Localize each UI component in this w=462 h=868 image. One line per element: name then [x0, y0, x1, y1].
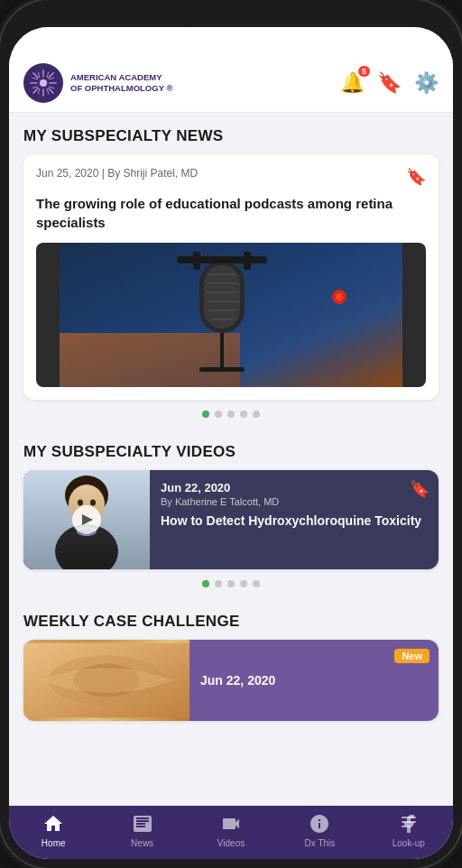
phone-screen: AMERICAN ACADEMY OF OPHTHALMOLOGY ® 🔔 5 …	[9, 27, 453, 859]
bottom-nav: Home News Videos Dx This	[9, 806, 453, 859]
news-bookmark-icon[interactable]: 🔖	[406, 167, 426, 187]
header-icons: 🔔 5 🔖 ⚙️	[340, 71, 439, 95]
logo-area: AMERICAN ACADEMY OF OPHTHALMOLOGY ®	[23, 63, 172, 103]
challenge-eye-image	[23, 640, 189, 721]
play-button[interactable]	[72, 505, 101, 534]
video-info: 🔖 Jun 22, 2020 By Katherine E Talcott, M…	[150, 470, 439, 569]
svg-rect-46	[402, 817, 416, 818]
svg-rect-28	[220, 333, 224, 369]
home-icon	[42, 813, 64, 835]
dot-2[interactable]	[215, 411, 222, 418]
news-carousel-dots	[9, 400, 453, 429]
nav-videos[interactable]: Videos	[187, 813, 275, 848]
video-dot-3[interactable]	[227, 580, 235, 587]
logo-starburst-icon	[27, 67, 60, 99]
nav-news-label: News	[131, 838, 153, 848]
news-date-author: Jun 25, 2020 | By Shriji Patel, MD	[36, 167, 198, 180]
svg-rect-31	[193, 252, 200, 270]
scroll-content[interactable]: MY SUBSPECIALTY NEWS Jun 25, 2020 | By S…	[9, 113, 453, 806]
video-dot-4[interactable]	[240, 580, 247, 587]
notification-button[interactable]: 🔔 5	[340, 71, 365, 95]
bookmark-icon[interactable]: 🔖	[377, 71, 402, 95]
video-thumbnail	[23, 470, 150, 569]
dx-icon	[309, 813, 330, 835]
news-article-image	[36, 243, 426, 387]
video-title: How to Detect Hydroxychloroquine Toxicit…	[161, 512, 428, 530]
notification-badge: 5	[358, 66, 370, 77]
eye-svg	[23, 640, 189, 721]
videos-section-title: MY SUBSPECIALTY VIDEOS	[9, 429, 453, 470]
svg-rect-32	[244, 252, 251, 270]
status-bar	[9, 27, 453, 54]
video-dot-1[interactable]	[202, 580, 209, 587]
video-dot-2[interactable]	[215, 580, 222, 587]
news-article-title: The growing role of educational podcasts…	[36, 194, 426, 232]
video-card[interactable]: 🔖 Jun 22, 2020 By Katherine E Talcott, M…	[23, 470, 439, 569]
nav-dx-label: Dx This	[305, 838, 336, 848]
challenge-section-title: WEEKLY CASE CHALLENGE	[9, 598, 453, 640]
news-icon	[132, 813, 153, 835]
video-dot-5[interactable]	[253, 580, 260, 587]
news-card[interactable]: Jun 25, 2020 | By Shriji Patel, MD 🔖 The…	[23, 154, 439, 400]
video-author: By Katherine E Talcott, MD	[161, 496, 428, 507]
challenge-overlay: Jun 22, 2020 New	[189, 640, 439, 721]
new-badge: New	[394, 649, 430, 663]
play-triangle-icon	[82, 514, 93, 525]
video-date: Jun 22, 2020	[161, 481, 428, 494]
logo-circle	[23, 63, 63, 103]
nav-home-label: Home	[42, 838, 66, 848]
svg-point-42	[90, 500, 96, 506]
svg-rect-29	[199, 367, 245, 372]
challenge-card[interactable]: Jun 22, 2020 New	[23, 640, 439, 721]
podcast-image-svg	[36, 243, 426, 387]
svg-rect-48	[402, 826, 412, 827]
dot-1[interactable]	[202, 411, 209, 418]
card-meta: Jun 25, 2020 | By Shriji Patel, MD 🔖	[36, 167, 426, 187]
settings-icon[interactable]: ⚙️	[414, 71, 439, 95]
challenge-date: Jun 22, 2020	[200, 673, 428, 688]
svg-point-34	[336, 293, 343, 300]
svg-rect-30	[177, 256, 267, 263]
svg-point-41	[78, 500, 83, 506]
nav-home[interactable]: Home	[9, 813, 97, 848]
videos-icon	[220, 813, 242, 835]
phone-frame: AMERICAN ACADEMY OF OPHTHALMOLOGY ® 🔔 5 …	[0, 0, 462, 868]
dot-4[interactable]	[240, 411, 247, 418]
svg-point-17	[40, 79, 47, 87]
dot-3[interactable]	[227, 411, 235, 418]
lookup-icon	[398, 813, 420, 835]
dot-5[interactable]	[253, 411, 260, 418]
videos-carousel-dots	[9, 569, 453, 598]
video-bookmark-icon[interactable]: 🔖	[410, 479, 430, 499]
nav-news[interactable]: News	[97, 813, 186, 848]
svg-rect-19	[60, 333, 240, 387]
app-header: AMERICAN ACADEMY OF OPHTHALMOLOGY ® 🔔 5 …	[9, 54, 453, 113]
nav-dx-this[interactable]: Dx This	[275, 813, 364, 848]
news-section-title: MY SUBSPECIALTY NEWS	[9, 113, 453, 154]
nav-lookup[interactable]: Look-up	[365, 813, 453, 848]
notch	[172, 0, 290, 25]
org-name: AMERICAN ACADEMY OF OPHTHALMOLOGY ®	[70, 72, 172, 95]
nav-lookup-label: Look-up	[393, 838, 425, 848]
svg-rect-47	[402, 821, 416, 823]
nav-videos-label: Videos	[217, 838, 245, 848]
